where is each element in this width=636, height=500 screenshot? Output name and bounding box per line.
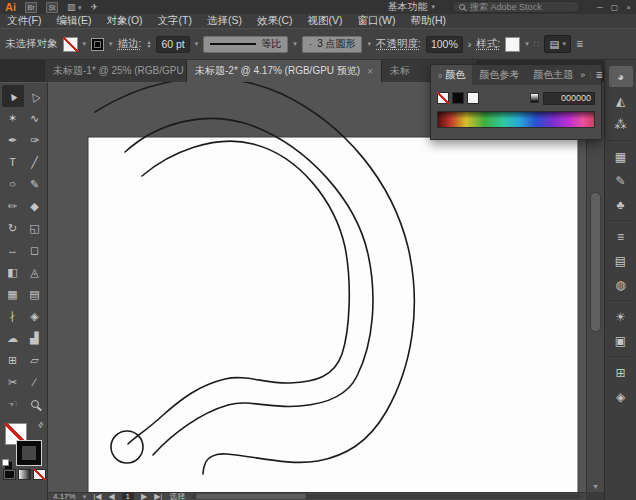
opacity-label[interactable]: 不透明度: <box>376 37 421 51</box>
collapse-panel-icon[interactable]: » <box>580 70 585 80</box>
grayscale-ramp-icon[interactable] <box>530 93 539 103</box>
menu-help[interactable]: 帮助(H) <box>411 14 447 28</box>
column-graph-tool[interactable]: ▟ <box>24 327 46 349</box>
slice-tool[interactable]: ▱ <box>24 349 46 371</box>
stroke-indicator[interactable] <box>17 441 41 465</box>
style-dropdown-icon[interactable]: ▾ <box>525 40 529 48</box>
brush-definition-select[interactable]: · 3 点圆形 <box>302 36 363 53</box>
brushes-icon[interactable]: ✎ <box>609 170 633 191</box>
default-fill-stroke-icon[interactable] <box>2 459 9 466</box>
horizontal-scroll-thumb[interactable] <box>196 494 306 499</box>
curvature-tool[interactable]: ✑ <box>24 129 46 151</box>
transparency-icon[interactable]: ◍ <box>609 274 633 295</box>
gpu-performance-icon[interactable]: ✈ <box>91 2 99 12</box>
width-profile-dropdown-icon[interactable]: ▾ <box>293 40 297 48</box>
vertical-scroll-thumb[interactable] <box>590 192 601 332</box>
hand-tool[interactable]: ☜ <box>2 393 24 415</box>
stroke-weight-dropdown-icon[interactable]: ▾ <box>195 40 199 48</box>
opacity-value[interactable]: 100% <box>426 36 463 53</box>
shape-builder-tool[interactable]: ◧ <box>2 261 24 283</box>
perspective-grid-tool[interactable]: ◬ <box>24 261 46 283</box>
fill-swatch[interactable] <box>63 37 78 52</box>
brush-dropdown-icon[interactable]: ▾ <box>367 40 371 48</box>
style-swatch[interactable] <box>505 37 520 52</box>
blend-tool[interactable]: ◈ <box>24 305 46 327</box>
tab-color[interactable]: ○ 颜色 <box>431 65 472 85</box>
layers-icon[interactable]: ◈ <box>609 386 633 407</box>
direct-selection-tool[interactable]: △ <box>24 85 46 107</box>
free-transform-tool[interactable]: ◻ <box>24 239 46 261</box>
stock-search-input[interactable]: 搜索 Adobe Stock <box>452 1 580 13</box>
mesh-tool[interactable]: ▦ <box>2 283 24 305</box>
scroll-down-icon[interactable]: ▼ <box>592 482 599 492</box>
menu-effect[interactable]: 效果(C) <box>257 14 293 28</box>
type-tool[interactable]: T <box>2 151 24 173</box>
tab-untitled-2[interactable]: 未标题-2* @ 4.17% (RGB/GPU 预览) × <box>187 60 382 82</box>
hex-value-field[interactable]: 000000 <box>543 92 595 105</box>
none-swatch[interactable] <box>437 92 449 104</box>
zoom-level-value[interactable]: 4.17% <box>53 492 76 500</box>
gradient-icon[interactable]: ▤ <box>609 250 633 271</box>
opacity-chevron-icon[interactable]: › <box>468 38 472 50</box>
control-panel-menu-icon[interactable]: ≣ <box>576 39 584 49</box>
width-tool[interactable]: ↔ <box>2 239 24 261</box>
document-setup-button[interactable]: ▤ ▾ <box>544 35 570 53</box>
tab-close-icon[interactable]: × <box>367 66 373 77</box>
stroke-weight-value[interactable]: 60 pt <box>156 36 189 53</box>
tab-color-themes[interactable]: 颜色主题 <box>526 65 580 85</box>
panel-menu-icon[interactable]: ≣ <box>596 70 604 80</box>
shape-tool[interactable]: ○ <box>2 173 24 195</box>
style-label[interactable]: 样式: <box>476 37 500 51</box>
artboard-number-field[interactable]: 1 <box>122 492 134 500</box>
workspace-switcher[interactable]: 基本功能 ▾ <box>388 0 436 14</box>
graphic-styles-icon[interactable]: ▣ <box>609 330 633 351</box>
width-profile-select[interactable]: 等比 <box>203 36 288 53</box>
menu-edit[interactable]: 编辑(E) <box>56 14 91 28</box>
swap-fill-stroke-icon[interactable]: ⇄ <box>36 420 46 430</box>
next-artboard-icon[interactable]: ▶ <box>141 492 147 500</box>
line-segment-tool[interactable]: ╱ <box>24 151 46 173</box>
menu-object[interactable]: 对象(O) <box>106 14 142 28</box>
lasso-tool[interactable]: ∿ <box>24 107 46 129</box>
color-mode-button[interactable] <box>3 469 16 480</box>
zoom-tool[interactable] <box>24 393 46 415</box>
last-artboard-icon[interactable]: ▶| <box>154 492 162 500</box>
eraser-tool[interactable]: ◆ <box>24 195 46 217</box>
layout-switcher-icon[interactable]: ▥ ▾ <box>67 2 82 12</box>
appearance-icon[interactable]: ☀ <box>609 306 633 327</box>
menu-view[interactable]: 视图(V) <box>308 14 343 28</box>
white-swatch[interactable] <box>467 92 479 104</box>
menu-file[interactable]: 文件(F) <box>7 14 41 28</box>
tab-color-guide[interactable]: 颜色参考 <box>472 65 526 85</box>
menu-type[interactable]: 文字(T) <box>158 14 192 28</box>
selection-tool[interactable]: ▲ <box>2 85 24 107</box>
scissors-tool[interactable]: ✂ <box>2 371 24 393</box>
color-guide-icon[interactable]: ◭ <box>609 90 633 111</box>
eyedropper-tool[interactable]: ∤ <box>2 305 24 327</box>
swatches-icon[interactable]: ▦ <box>609 146 633 167</box>
vertical-scrollbar[interactable]: ▲ ▼ <box>586 82 604 492</box>
canvas[interactable] <box>48 82 586 492</box>
symbols-icon[interactable]: ♣ <box>609 194 633 215</box>
gradient-mode-button[interactable] <box>18 469 31 480</box>
artboards-icon[interactable]: ⊞ <box>609 362 633 383</box>
black-swatch[interactable] <box>452 92 464 104</box>
stroke-weight-label[interactable]: 描边: <box>118 37 142 51</box>
bridge-icon[interactable]: Br <box>25 2 37 13</box>
pencil-tool[interactable]: ✏ <box>2 195 24 217</box>
fill-dropdown-icon[interactable]: ▾ <box>83 40 87 48</box>
stroke-dropdown-icon[interactable]: ▾ <box>109 40 113 48</box>
tab-untitled-1[interactable]: 未标题-1* @ 25% (RGB/GPU 预... × <box>45 60 187 82</box>
artboard-tool[interactable]: ⊞ <box>2 349 24 371</box>
stroke-swatch[interactable] <box>91 38 104 51</box>
minimize-button[interactable]: ─ <box>597 3 603 12</box>
maximize-button[interactable]: ▢ <box>611 3 619 12</box>
scale-tool[interactable]: ◱ <box>24 217 46 239</box>
color-spectrum-bar[interactable] <box>437 111 595 128</box>
close-button[interactable]: × <box>626 3 631 12</box>
none-mode-button[interactable] <box>33 469 46 480</box>
magic-wand-tool[interactable]: ✶ <box>2 107 24 129</box>
stroke-weight-stepper[interactable]: ▲▼ <box>146 40 151 48</box>
menu-select[interactable]: 选择(S) <box>207 14 242 28</box>
pen-tool[interactable]: ✒ <box>2 129 24 151</box>
